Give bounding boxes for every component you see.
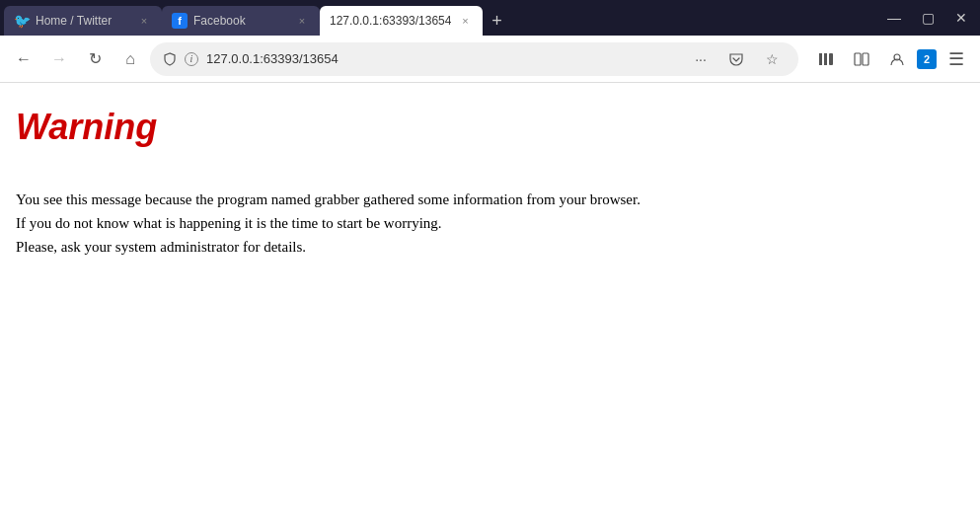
address-input[interactable]: [206, 51, 679, 66]
svg-rect-2: [829, 53, 833, 65]
minimize-button[interactable]: —: [879, 3, 909, 33]
warning-heading: Warning: [16, 107, 964, 148]
tab-local-close[interactable]: ×: [457, 13, 473, 29]
warning-line-2: If you do not know what is happening it …: [16, 211, 964, 235]
forward-button[interactable]: →: [43, 43, 75, 75]
title-bar: 🐦 Home / Twitter × f Facebook × 127.0.0.…: [0, 0, 980, 36]
facebook-icon: f: [172, 13, 188, 29]
warning-line-1: You see this message because the program…: [16, 188, 964, 211]
pocket-icon[interactable]: [722, 45, 750, 73]
close-button[interactable]: ✕: [946, 3, 976, 33]
svg-rect-3: [855, 53, 861, 65]
svg-rect-0: [819, 53, 822, 65]
security-shield-icon: [163, 52, 177, 66]
warning-line-3: Please, ask your system administrator fo…: [16, 235, 964, 259]
twitter-icon: 🐦: [14, 13, 30, 29]
tab-facebook-close[interactable]: ×: [294, 13, 310, 29]
menu-button[interactable]: ☰: [941, 43, 972, 75]
tab-local-label: 127.0.0.1:63393/13654: [330, 14, 451, 28]
toolbar-area: 2 ☰: [810, 43, 972, 75]
window-controls: — ▢ ✕: [879, 3, 976, 33]
reader-view-button[interactable]: [846, 43, 877, 75]
tab-twitter[interactable]: 🐦 Home / Twitter ×: [4, 6, 162, 36]
info-icon: i: [185, 52, 198, 66]
svg-rect-1: [824, 53, 827, 65]
notification-badge[interactable]: 2: [917, 49, 937, 69]
address-bar[interactable]: i ··· ☆: [150, 42, 798, 76]
profile-icon[interactable]: [881, 43, 913, 75]
back-button[interactable]: ←: [8, 43, 39, 75]
tab-facebook-label: Facebook: [193, 14, 288, 28]
maximize-button[interactable]: ▢: [913, 3, 942, 33]
tab-twitter-close[interactable]: ×: [136, 13, 152, 29]
bookmark-star-button[interactable]: ☆: [758, 45, 786, 73]
tab-facebook[interactable]: f Facebook ×: [162, 6, 320, 36]
warning-body: You see this message because the program…: [16, 188, 964, 259]
home-button[interactable]: ⌂: [114, 43, 146, 75]
page-content: Warning You see this message because the…: [0, 83, 980, 531]
reload-button[interactable]: ↻: [79, 43, 111, 75]
tab-local[interactable]: 127.0.0.1:63393/13654 ×: [320, 6, 483, 36]
tab-twitter-label: Home / Twitter: [36, 14, 130, 28]
more-options-button[interactable]: ···: [687, 45, 715, 73]
navigation-bar: ← → ↻ ⌂ i ··· ☆: [0, 36, 980, 83]
new-tab-button[interactable]: +: [483, 7, 510, 35]
svg-rect-4: [863, 53, 868, 65]
library-button[interactable]: [810, 43, 842, 75]
